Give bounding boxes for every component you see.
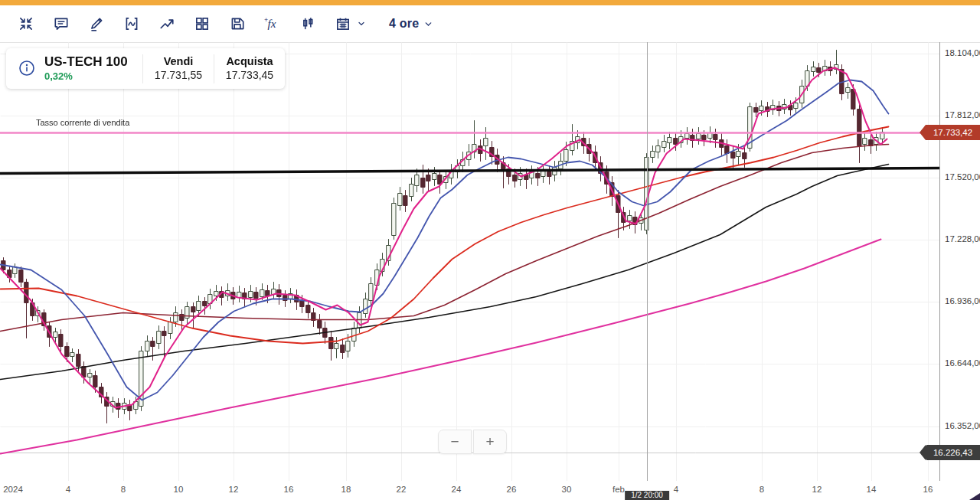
calendar-chevron-down-icon[interactable]	[357, 19, 366, 28]
indicator-icon[interactable]	[122, 15, 141, 33]
y-axis-label: 18.104,00	[945, 48, 980, 57]
x-axis-label: 16	[284, 485, 294, 494]
layout-grid-icon[interactable]	[193, 15, 211, 33]
sell-rate-price-tag: 17.733,42	[926, 125, 980, 140]
timeframe-selector[interactable]: 4 ore	[389, 17, 433, 31]
trading-app-window: fx+ 4 ore US-TECH 100 0,32%	[0, 0, 980, 500]
candlestick-icon[interactable]	[299, 15, 317, 33]
draw-icon[interactable]	[87, 15, 106, 33]
y-axis-label: 16.936,00	[945, 296, 980, 306]
corner-logo	[969, 493, 980, 500]
prev-low-price-tag: 16.226,43	[926, 445, 980, 460]
x-axis-label: 16	[923, 485, 933, 494]
instrument-summary[interactable]: US-TECH 100 0,32%	[6, 54, 142, 82]
price-chart[interactable]	[0, 42, 940, 481]
x-axis-label: 22	[397, 485, 407, 494]
y-axis-label: 17.520,00	[945, 172, 980, 181]
x-axis-label: 4	[66, 485, 70, 494]
y-axis-label: 16.644,00	[945, 358, 980, 368]
sell-price: 17.731,55	[143, 69, 214, 83]
chart-toolbar: fx+ 4 ore	[0, 5, 980, 43]
x-axis-label: 8	[760, 485, 764, 494]
x-axis-label: 24	[452, 485, 462, 494]
x-axis-label: 12	[812, 485, 822, 494]
instrument-change-pct: 0,32%	[44, 71, 128, 83]
trend-icon[interactable]	[158, 15, 176, 33]
timeframe-chevron-down-icon	[423, 19, 433, 29]
buy-button[interactable]: Acquista 17.733,45	[214, 54, 285, 83]
y-axis-label: 17.812,00	[945, 110, 980, 119]
save-icon[interactable]	[228, 15, 247, 33]
buy-price: 17.733,45	[214, 69, 285, 83]
top-accent-bar	[0, 0, 980, 5]
x-axis-label: 12	[229, 485, 239, 494]
timeframe-label: 4 ore	[389, 17, 419, 31]
sell-rate-line-label: Tasso corrente di vendita	[36, 118, 129, 127]
sell-label: Vendi	[143, 54, 214, 68]
x-axis-label: 26	[507, 485, 517, 494]
zoom-out-button[interactable]: −	[438, 430, 472, 454]
zoom-controls: − +	[438, 430, 507, 454]
y-axis-label: 17.228,00	[945, 234, 980, 243]
x-axis-label: 10	[174, 485, 184, 494]
instrument-card: US-TECH 100 0,32% Vendi 17.731,55 Acquis…	[6, 48, 285, 89]
x-axis-label: 30	[562, 485, 572, 494]
zoom-in-button[interactable]: +	[473, 430, 507, 454]
x-axis-label: 2024	[3, 485, 23, 494]
x-axis-label: 8	[121, 485, 126, 494]
collapse-icon[interactable]	[17, 15, 35, 33]
y-axis-label: 16.352,00	[945, 421, 980, 430]
x-axis-label: feb	[612, 485, 625, 494]
calendar-icon[interactable]	[334, 15, 352, 33]
info-icon[interactable]	[18, 60, 35, 77]
fx-icon[interactable]: fx+	[263, 15, 282, 33]
sell-button[interactable]: Vendi 17.731,55	[143, 54, 214, 83]
svg-text:fx: fx	[267, 17, 276, 30]
buy-label: Acquista	[214, 54, 285, 68]
x-axis-label: 18	[341, 485, 351, 494]
x-axis-label: 4	[674, 485, 678, 494]
x-axis-label: 14	[867, 485, 877, 494]
chat-icon[interactable]	[52, 15, 70, 33]
svg-text:+: +	[264, 16, 268, 24]
instrument-name: US-TECH 100	[44, 54, 128, 70]
crosshair-time-label: 1/2 20:00	[625, 491, 669, 500]
